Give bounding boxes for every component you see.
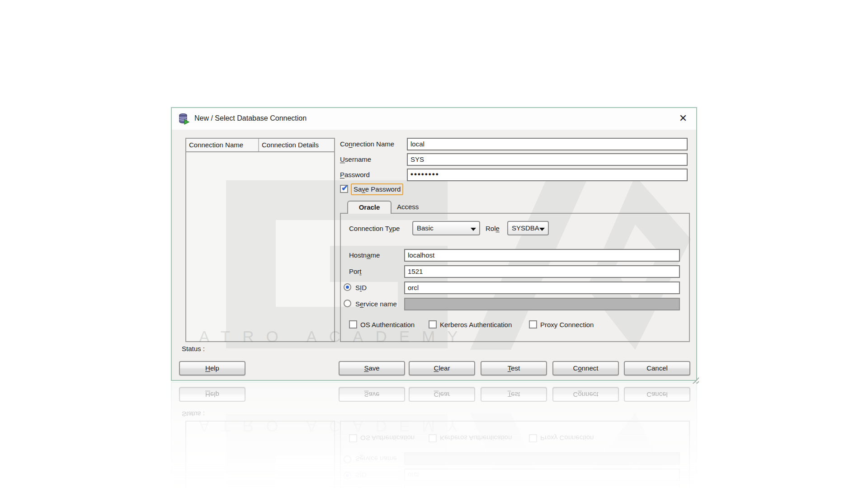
hostname-input[interactable]: localhost xyxy=(404,249,680,262)
connection-type-value: Basic xyxy=(417,224,434,232)
connection-name-label: Connection Name xyxy=(340,140,394,148)
help-button[interactable]: Help xyxy=(179,361,245,375)
dialog-title: New / Select Database Connection xyxy=(194,114,307,122)
service-name-radio[interactable] xyxy=(344,300,351,307)
port-input[interactable]: 1521 xyxy=(404,265,680,278)
connection-name-input[interactable]: local xyxy=(407,138,688,150)
connections-table[interactable]: Connection Name Connection Details xyxy=(185,138,335,342)
sid-input[interactable]: orcl xyxy=(404,282,680,294)
radio-dot xyxy=(346,286,349,289)
column-header-connection-details[interactable]: Connection Details xyxy=(259,139,334,151)
sid-label: SID xyxy=(355,284,367,291)
os-authentication-checkbox[interactable] xyxy=(349,320,357,328)
tab-access[interactable]: Access xyxy=(397,203,419,211)
connections-list[interactable] xyxy=(186,152,334,341)
password-input[interactable]: •••••••• xyxy=(407,169,688,181)
os-authentication-label: OS Authentication xyxy=(360,321,415,328)
role-select[interactable]: SYSDBA xyxy=(507,221,549,235)
kerberos-authentication-label: Kerberos Authentication xyxy=(440,321,512,328)
tab-oracle[interactable]: Oracle xyxy=(347,201,392,214)
connection-type-select[interactable]: Basic xyxy=(412,221,480,235)
dropdown-arrow-icon xyxy=(471,228,476,231)
username-label: Username xyxy=(340,155,371,163)
hostname-label: Hostname xyxy=(349,251,380,259)
username-input[interactable]: SYS xyxy=(407,153,688,166)
service-name-input xyxy=(404,298,680,310)
connect-button[interactable]: Connect xyxy=(552,361,619,375)
resize-grip[interactable] xyxy=(690,375,699,384)
test-button[interactable]: Test xyxy=(481,361,547,375)
clear-button[interactable]: Clear xyxy=(409,361,475,375)
proxy-connection-label: Proxy Connection xyxy=(540,321,594,328)
dialog-reflection: ATRO ACADEMY New / Select Database Conne… xyxy=(171,382,697,488)
role-value: SYSDBA xyxy=(512,224,539,232)
dropdown-arrow-icon xyxy=(539,228,545,231)
password-label: Password xyxy=(340,171,370,178)
column-header-connection-name[interactable]: Connection Name xyxy=(186,139,259,151)
save-password-label[interactable]: Save Password xyxy=(351,183,403,195)
save-password-checkbox[interactable]: ✔ xyxy=(340,185,348,193)
cancel-button[interactable]: Cancel xyxy=(624,361,690,375)
close-icon[interactable]: ✕ xyxy=(677,113,689,124)
service-name-label: Service name xyxy=(355,300,397,308)
database-icon xyxy=(178,113,190,125)
port-label: Port xyxy=(349,267,362,275)
role-label: Role xyxy=(486,225,500,232)
check-icon: ✔ xyxy=(341,183,348,193)
status-label: Status : xyxy=(182,345,205,352)
proxy-connection-checkbox[interactable] xyxy=(529,320,537,328)
dialog-titlebar: New / Select Database Connection ✕ xyxy=(172,108,696,130)
save-button[interactable]: Save xyxy=(339,361,405,375)
connection-type-label: Connection Type xyxy=(349,225,400,232)
sid-radio[interactable] xyxy=(344,283,351,291)
connections-table-header: Connection Name Connection Details xyxy=(186,139,334,152)
kerberos-authentication-checkbox[interactable] xyxy=(429,320,437,328)
new-select-database-connection-dialog: ATRO ACADEMY New / Select Database Conne… xyxy=(171,107,697,381)
